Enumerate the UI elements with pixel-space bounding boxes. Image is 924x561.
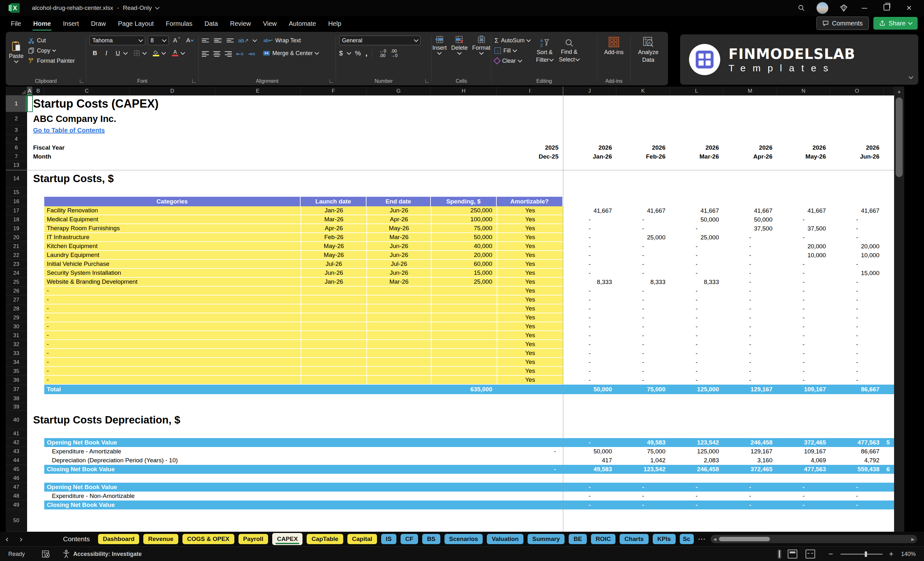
total-spending-cell[interactable]: 635,000	[431, 385, 497, 394]
amortizable-cell[interactable]: Yes	[497, 278, 563, 286]
monthly-value-cell[interactable]: -	[563, 367, 616, 376]
column-header-partial[interactable]	[884, 87, 894, 95]
dep-monthly-cell[interactable]: 75,000	[616, 447, 670, 456]
monthly-value-cell[interactable]: -	[830, 349, 884, 358]
row-number-29[interactable]: 29	[6, 313, 27, 322]
sheet-tab-payroll[interactable]: Payroll	[238, 534, 268, 544]
launch-date-cell[interactable]	[301, 340, 366, 349]
monthly-value-cell[interactable]: -	[670, 242, 723, 251]
nbv-monthly-cell[interactable]: -	[616, 483, 670, 492]
row-number-4[interactable]: 4	[6, 135, 27, 143]
category-cell[interactable]: -	[44, 340, 301, 349]
row-number-49[interactable]: 49	[6, 501, 27, 509]
nbv-monthly-cell[interactable]: -	[830, 483, 884, 492]
monthly-value-cell[interactable]: -	[723, 349, 777, 358]
dep-monthly-cell[interactable]: 109,167	[777, 447, 830, 456]
spending-cell[interactable]: 250,000	[431, 206, 497, 215]
sheet-tab-sc[interactable]: Sc	[680, 534, 694, 544]
sheet-tab-valuation[interactable]: Valuation	[487, 534, 523, 544]
monthly-value-cell[interactable]: -	[563, 349, 616, 358]
status-accessibility[interactable]: Accessibility: Investigate	[73, 551, 142, 558]
find-select-button[interactable]: Find & Select	[559, 36, 579, 66]
monthly-value-cell[interactable]: 41,667	[777, 206, 830, 215]
month-cell[interactable]: May-26	[777, 152, 830, 161]
monthly-value-cell[interactable]: -	[777, 367, 830, 376]
align-top-icon[interactable]	[202, 39, 209, 42]
fy-cell[interactable]: 2026	[616, 143, 670, 152]
nbv-monthly-cell[interactable]: -	[563, 501, 616, 509]
close-button[interactable]: ×	[904, 3, 915, 13]
fy-cell[interactable]: 2026	[830, 143, 884, 152]
row-number-20[interactable]: 20	[6, 233, 27, 242]
category-cell[interactable]: -	[44, 322, 301, 331]
nbv-col-i-cell[interactable]: -	[497, 465, 563, 474]
align-bottom-icon[interactable]	[227, 39, 234, 42]
sheet-tab-be[interactable]: BE	[568, 534, 586, 544]
end-date-cell[interactable]	[366, 340, 431, 349]
launch-date-cell[interactable]	[301, 304, 366, 313]
monthly-value-cell[interactable]: 10,000	[777, 251, 830, 260]
monthly-value-cell[interactable]: -	[563, 242, 616, 251]
select-all-corner[interactable]	[6, 87, 27, 95]
monthly-value-cell[interactable]: -	[616, 269, 670, 278]
row-number-32[interactable]: 32	[6, 340, 27, 349]
monthly-value-cell[interactable]: -	[723, 286, 777, 296]
paste-button[interactable]: Paste	[9, 36, 24, 68]
amortizable-cell[interactable]: Yes	[497, 233, 563, 242]
spending-cell[interactable]: 60,000	[431, 260, 497, 269]
category-cell[interactable]: Medical Equipment	[44, 215, 301, 224]
zoom-level[interactable]: 140%	[901, 551, 916, 558]
monthly-value-cell[interactable]: -	[563, 224, 616, 233]
row-number-2[interactable]: 2	[6, 112, 27, 126]
monthly-value-cell[interactable]: -	[723, 358, 777, 367]
fy-cell[interactable]: 2026	[777, 143, 830, 152]
category-cell[interactable]: Website & Branding Development	[44, 278, 301, 286]
wrap-text-button[interactable]: ab↩ Wrap Text	[263, 36, 318, 45]
decrease-font-button[interactable]: A	[184, 36, 195, 45]
minimize-button[interactable]: ─	[859, 3, 870, 12]
spending-cell[interactable]: 25,000	[431, 278, 497, 286]
nbv-monthly-cell[interactable]: 123,542	[616, 465, 670, 474]
monthly-value-cell[interactable]: -	[616, 367, 670, 376]
month-cell[interactable]: Feb-26	[616, 152, 670, 161]
row-number-31[interactable]: 31	[6, 331, 27, 340]
amortizable-cell[interactable]: Yes	[497, 358, 563, 367]
sheet-tab-dashboard[interactable]: Dashboard	[98, 534, 139, 544]
dep-monthly-cell[interactable]: 3,160	[723, 456, 777, 465]
menu-tab-automate[interactable]: Automate	[284, 18, 321, 29]
sheet-tab-kpis[interactable]: KPIs	[653, 534, 676, 544]
row-number-7[interactable]: 7	[6, 152, 27, 161]
amortizable-cell[interactable]: Yes	[497, 349, 563, 358]
monthly-value-cell[interactable]: 50,000	[723, 215, 777, 224]
category-cell[interactable]: Facility Renovation	[44, 206, 301, 215]
horizontal-scrollbar-thumb[interactable]	[719, 537, 770, 541]
column-header-H[interactable]: H	[431, 87, 497, 95]
launch-date-cell[interactable]	[301, 367, 366, 376]
column-header-O[interactable]: O	[830, 87, 884, 95]
fy-cell[interactable]: 2026	[723, 143, 777, 152]
column-header-K[interactable]: K	[616, 87, 670, 95]
scroll-right-icon[interactable]: ▶	[909, 537, 917, 542]
font-name-select[interactable]: Tahoma	[90, 36, 145, 45]
nbv-monthly-cell[interactable]: -	[670, 501, 723, 509]
end-date-cell[interactable]: May-26	[366, 224, 431, 233]
end-date-cell[interactable]	[366, 296, 431, 304]
row-number-47[interactable]: 47	[6, 483, 27, 492]
monthly-value-cell[interactable]: -	[670, 322, 723, 331]
header-launch-date[interactable]: Launch date	[301, 197, 366, 206]
amortizable-cell[interactable]: Yes	[497, 296, 563, 304]
category-cell[interactable]: -	[44, 286, 301, 296]
launch-date-cell[interactable]	[301, 358, 366, 367]
menu-tab-file[interactable]: File	[6, 18, 26, 29]
category-cell[interactable]: -	[44, 358, 301, 367]
row-number-16[interactable]: 16	[6, 197, 27, 206]
amortizable-cell[interactable]: Yes	[497, 260, 563, 269]
category-cell[interactable]: Kitchen Equipment	[44, 242, 301, 251]
nbv-monthly-cell[interactable]: 49,583	[563, 465, 616, 474]
category-cell[interactable]: Therapy Room Furnishings	[44, 224, 301, 233]
fy-label-cell[interactable]: Fiscal Year	[31, 143, 190, 152]
menu-tab-help[interactable]: Help	[323, 18, 346, 29]
amortizable-cell[interactable]: Yes	[497, 331, 563, 340]
menu-tab-home[interactable]: Home	[28, 18, 56, 29]
launch-date-cell[interactable]: Apr-26	[301, 224, 366, 233]
